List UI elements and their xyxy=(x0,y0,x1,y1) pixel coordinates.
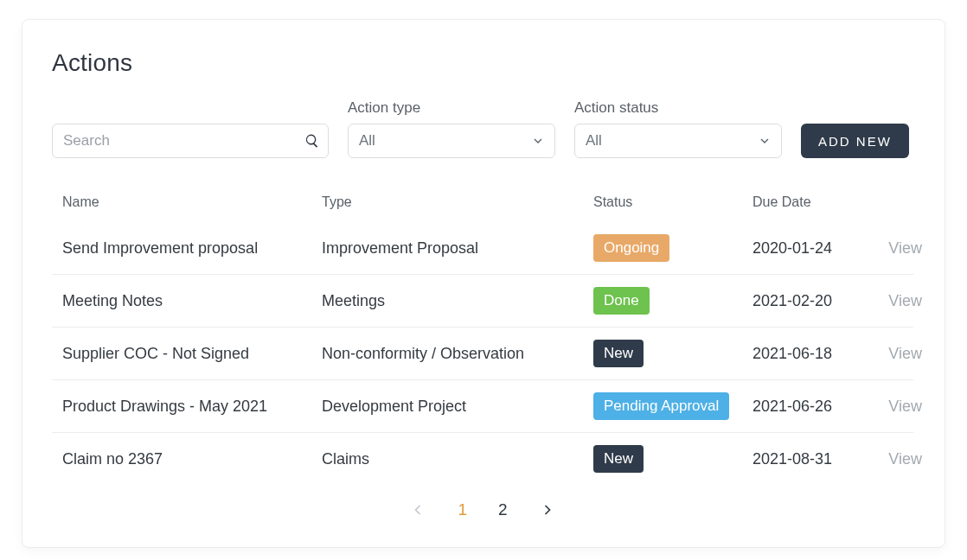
page-title: Actions xyxy=(52,49,913,77)
pagination: 12 xyxy=(52,500,913,519)
table-row: Meeting NotesMeetingsDone2021-02-20View xyxy=(52,275,913,328)
table-row: Send Improvement proposalImprovement Pro… xyxy=(52,222,913,275)
cell-name: Meeting Notes xyxy=(62,292,322,310)
cell-status: New xyxy=(593,445,752,473)
table-body: Send Improvement proposalImprovement Pro… xyxy=(52,222,913,485)
view-link[interactable]: View xyxy=(870,398,922,416)
col-status: Status xyxy=(593,194,752,210)
status-badge: Done xyxy=(593,287,650,315)
col-type: Type xyxy=(322,194,593,210)
col-duedate: Due Date xyxy=(752,194,870,210)
filter-bar: Action type All Action status All xyxy=(52,99,913,158)
status-badge: Pending Approval xyxy=(593,392,729,420)
page-next[interactable] xyxy=(539,501,556,519)
page-number[interactable]: 1 xyxy=(458,500,467,519)
filter-type-label: Action type xyxy=(348,99,555,117)
filter-status-select-wrap: All xyxy=(574,124,782,158)
col-name: Name xyxy=(62,194,322,210)
cell-status: Done xyxy=(593,287,752,315)
view-link[interactable]: View xyxy=(870,292,922,310)
cell-name: Send Improvement proposal xyxy=(62,239,322,258)
cell-due-date: 2021-02-20 xyxy=(752,292,870,310)
filter-type-group: Action type All xyxy=(348,99,555,158)
cell-status: Ongoing xyxy=(593,234,752,262)
cell-type: Development Project xyxy=(322,398,593,416)
search-wrap xyxy=(52,124,329,158)
cell-due-date: 2021-06-18 xyxy=(752,345,870,363)
view-link[interactable]: View xyxy=(870,450,922,468)
view-link[interactable]: View xyxy=(870,239,922,258)
actions-card: Actions Action type All Action st xyxy=(22,19,945,548)
filter-status-select[interactable]: All xyxy=(574,124,782,158)
status-badge: New xyxy=(593,340,644,367)
cell-status: New xyxy=(593,340,752,367)
cell-name: Supplier COC - Not Signed xyxy=(62,345,322,363)
cell-type: Meetings xyxy=(322,292,593,310)
view-link[interactable]: View xyxy=(870,345,922,363)
filter-status-label: Action status xyxy=(574,99,782,117)
page-number[interactable]: 2 xyxy=(498,500,508,519)
filter-status-group: Action status All xyxy=(574,99,782,158)
cell-due-date: 2021-06-26 xyxy=(752,398,870,416)
table-row: Product Drawings - May 2021Development P… xyxy=(52,380,913,433)
cell-type: Claims xyxy=(322,450,593,468)
table-row: Supplier COC - Not SignedNon-conformity … xyxy=(52,328,913,380)
filter-type-value: All xyxy=(359,132,375,150)
filter-type-select[interactable]: All xyxy=(348,124,555,158)
add-new-button[interactable]: ADD NEW xyxy=(801,124,909,158)
cell-due-date: 2021-08-31 xyxy=(752,450,870,468)
actions-table: Name Type Status Due Date Send Improveme… xyxy=(52,182,913,485)
table-header: Name Type Status Due Date xyxy=(52,182,913,222)
status-badge: New xyxy=(593,445,644,473)
filter-type-select-wrap: All xyxy=(348,124,555,158)
page-prev xyxy=(409,501,426,519)
cell-type: Non-conformity / Observation xyxy=(322,345,593,363)
search-group xyxy=(52,124,329,158)
cell-name: Claim no 2367 xyxy=(62,450,322,468)
cell-type: Improvement Proposal xyxy=(322,239,593,258)
cell-due-date: 2020-01-24 xyxy=(752,239,870,258)
search-input[interactable] xyxy=(52,124,329,158)
filter-status-value: All xyxy=(586,132,602,150)
cell-status: Pending Approval xyxy=(593,392,752,420)
table-row: Claim no 2367ClaimsNew2021-08-31View xyxy=(52,433,913,485)
cell-name: Product Drawings - May 2021 xyxy=(62,398,322,416)
status-badge: Ongoing xyxy=(593,234,669,262)
